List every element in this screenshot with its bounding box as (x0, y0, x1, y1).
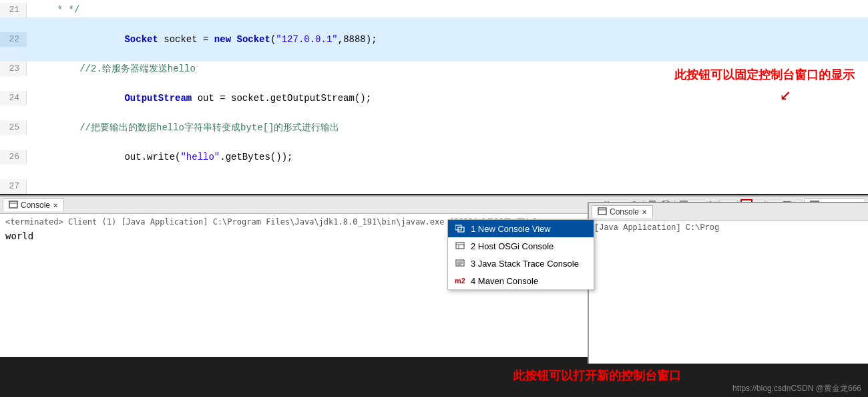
console-right-inner-tab[interactable]: Console ✕ (592, 205, 653, 218)
line-number-23: 23 (0, 61, 27, 76)
line-number-21: 21 (0, 3, 27, 17)
code-line-21: 21 * */ (0, 3, 868, 17)
arrow-down-icon: ↙ (674, 82, 791, 105)
code-line-27: 27 (0, 179, 868, 194)
dropdown-item-label-new-console: 1 New Console View (471, 224, 551, 234)
console-tab-close[interactable]: ✕ (53, 202, 58, 209)
dropdown-item-maven[interactable]: m2 4 Maven Console (448, 272, 594, 289)
line-content-21: * */ (27, 3, 79, 17)
new-console-icon (455, 223, 465, 234)
console-right-content: [Java Application] C:\Prog (589, 221, 868, 235)
console-tab[interactable]: Console ✕ (3, 198, 64, 211)
dropdown-item-label-maven: 4 Maven Console (471, 276, 538, 286)
dropdown-item-label-stack: 3 Java Stack Trace Console (471, 259, 579, 269)
line-content-22: Socket socket = new Socket("127.0.0.1",8… (27, 17, 377, 61)
code-line-25: 25 //把要输出的数据hello字符串转变成byte[]的形式进行输出 (0, 120, 868, 135)
line-number-24: 24 (0, 91, 27, 106)
code-line-22: 22 Socket socket = new Socket("127.0.0.1… (0, 17, 868, 61)
line-number-22: 22 (0, 32, 27, 47)
dropdown-item-stack[interactable]: 3 Java Stack Trace Console (448, 255, 594, 272)
console-right-toolbar: Console ✕ (589, 203, 868, 221)
line-content-24: OutputStream out = socket.getOutputStrea… (27, 76, 371, 120)
dropdown-item-new-console[interactable]: 1 New Console View (448, 220, 594, 237)
stack-icon (455, 258, 465, 269)
maven-icon: m2 (455, 275, 465, 286)
console-right-inner-label: Console (610, 207, 639, 217)
svg-rect-0 (9, 201, 17, 208)
line-number-26: 26 (0, 150, 27, 164)
line-content-26: out.write("hello".getBytes()); (27, 135, 292, 179)
line-number-25: 25 (0, 120, 27, 135)
code-line-26: 26 out.write("hello".getBytes()); (0, 135, 868, 179)
console-tab-label: Console (21, 201, 50, 210)
annotation-bottom: 此按钮可以打开新的控制台窗口 (513, 368, 681, 384)
line-content-23: //2.给服务器端发送hello (27, 61, 196, 76)
watermark: https://blog.csdnCSDN @黄金龙666 (732, 383, 861, 394)
console-right-panel: Console ✕ [Java Application] C:\Prog (588, 202, 868, 364)
console-dropdown-menu: 1 New Console View 2 Host OSGi Console 3… (447, 219, 594, 290)
svg-rect-34 (456, 243, 464, 249)
console-tab-icon (9, 201, 18, 210)
annotation-top: 此按钮可以固定控制台窗口的显示 ↙ (674, 67, 855, 105)
console-right-terminated: [Java Application] C:\Prog (594, 223, 863, 233)
dropdown-item-label-osgi: 2 Host OSGi Console (471, 241, 554, 251)
osgi-icon (455, 241, 465, 251)
line-content-25: //把要输出的数据hello字符串转变成byte[]的形式进行输出 (27, 120, 339, 135)
dropdown-item-osgi[interactable]: 2 Host OSGi Console (448, 237, 594, 255)
annotation-text-1: 此按钮可以固定控制台窗口的显示 (674, 67, 855, 83)
svg-rect-30 (598, 208, 606, 215)
line-number-27: 27 (0, 179, 27, 194)
code-editor: 21 * */ 22 Socket socket = new Socket("1… (0, 0, 868, 194)
